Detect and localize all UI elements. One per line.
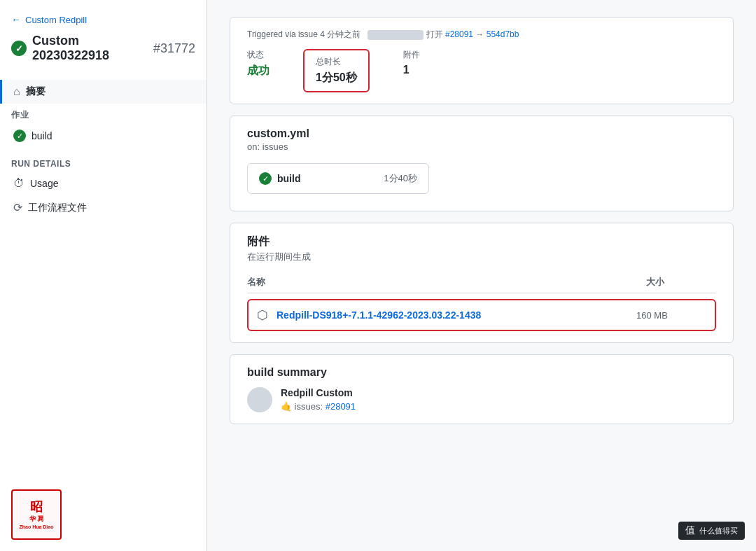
job-row-left: ✓ build — [259, 172, 300, 185]
total-time-col: 总时长 1分50秒 — [303, 49, 370, 92]
page-title-section: ✓ Custom 20230322918 #31772 — [0, 31, 206, 74]
build-summary-content: Redpill Custom 🤙 issues: #28091 — [247, 387, 716, 412]
sidebar: ← Custom Redpill ✓ Custom 20230322918 #3… — [0, 0, 207, 551]
build-summary-meta: 🤙 issues: #28091 — [281, 401, 356, 412]
artifacts-table-header: 名称 大小 — [247, 272, 716, 293]
sidebar-build-label: build — [31, 130, 52, 141]
total-time-label: 总时长 — [316, 56, 357, 68]
sidebar-nav: ⌂ 摘要 作业 ✓ build Run details ⏱ Usage — [0, 80, 206, 220]
file-icon: ⟳ — [13, 201, 22, 214]
artifacts-card: 附件 在运行期间生成 名称 大小 ⬡ Redpill-DS918+-7.1.1-… — [230, 223, 734, 343]
job-row-build[interactable]: ✓ build 1分40秒 — [247, 163, 429, 194]
watermark-hua: 华 — [29, 515, 36, 524]
workflow-on: on: issues — [247, 141, 716, 152]
commit-hash: 554d7bb — [486, 29, 519, 39]
watermark-line2: 华 凋 — [29, 515, 43, 524]
page-title: ✓ Custom 20230322918 #31772 — [11, 34, 195, 63]
attachments-label: 附件 — [403, 49, 420, 61]
artifact-name-0: Redpill-DS918+-7.1.1-42962-2023.03.22-14… — [276, 309, 628, 321]
attachments-count: 1 — [403, 64, 420, 76]
job-name: build — [277, 173, 300, 184]
sidebar-item-usage[interactable]: ⏱ Usage — [0, 172, 206, 195]
sidebar-item-workflow-file[interactable]: ⟳ 工作流程文件 — [0, 195, 206, 220]
jobs-section-label: 作业 — [0, 104, 206, 124]
badge-label: 什么值得买 — [699, 526, 738, 536]
commit-arrow: → — [475, 29, 484, 39]
triggered-info: Triggered via issue 4 分钟之前 打开 #28091 → 5… — [247, 29, 716, 41]
artifacts-subtitle: 在运行期间生成 — [247, 251, 716, 263]
back-arrow-icon: ← — [11, 14, 21, 25]
build-summary-title: build summary — [247, 366, 716, 379]
col-name-header: 名称 — [247, 276, 624, 288]
back-link-label: Custom Redpill — [25, 15, 87, 25]
workflow-run-title: Custom 20230322918 — [32, 34, 148, 63]
build-summary-text-block: Redpill Custom 🤙 issues: #28091 — [281, 387, 356, 412]
summary-card: Triggered via issue 4 分钟之前 打开 #28091 → 5… — [230, 17, 734, 104]
back-link[interactable]: ← Custom Redpill — [0, 11, 206, 31]
sidebar-item-summary[interactable]: ⌂ 摘要 — [0, 80, 206, 104]
watermark-diao: 凋 — [37, 515, 43, 524]
clock-icon: ⏱ — [13, 177, 24, 190]
home-icon: ⌂ — [13, 85, 20, 98]
issue-link[interactable]: #28091 — [445, 29, 473, 39]
repo-avatar — [247, 387, 272, 412]
artifact-package-icon: ⬡ — [257, 307, 268, 323]
bottom-badge: 值 什么值得买 — [678, 522, 745, 540]
artifact-row-0[interactable]: ⬡ Redpill-DS918+-7.1.1-42962-2023.03.22-… — [247, 299, 716, 331]
triggered-text: Triggered via issue 4 分钟之前 — [247, 29, 360, 39]
actor-avatar-blurred — [368, 30, 424, 40]
run-number: #31772 — [153, 41, 195, 56]
status-check-icon: ✓ — [11, 41, 27, 56]
badge-icon: 值 — [685, 524, 695, 537]
status-col: 状态 成功 — [247, 49, 270, 78]
run-details-label: Run details — [0, 153, 206, 172]
workflow-file-label: 工作流程文件 — [28, 202, 87, 214]
attachments-col: 附件 1 — [403, 49, 420, 76]
workflow-name: custom.yml — [247, 127, 716, 140]
usage-label: Usage — [30, 178, 58, 189]
status-label: 状态 — [247, 49, 270, 61]
status-value: 成功 — [247, 64, 270, 78]
repo-name: Redpill Custom — [281, 387, 356, 398]
content-area: Triggered via issue 4 分钟之前 打开 #28091 → 5… — [207, 0, 756, 551]
build-success-icon: ✓ — [13, 130, 26, 142]
artifact-size-0: 160 MB — [636, 310, 706, 321]
job-success-icon: ✓ — [259, 172, 272, 185]
issue-link-summary[interactable]: #28091 — [326, 401, 356, 412]
watermark: 昭 华 凋 Zhao Hua Diao — [11, 489, 62, 540]
sidebar-item-summary-label: 摘要 — [26, 85, 46, 98]
job-time: 1分40秒 — [384, 172, 417, 185]
workflow-card: custom.yml on: issues ✓ build 1分40秒 — [230, 116, 734, 211]
total-time-value: 1分50秒 — [316, 71, 357, 85]
col-size-header: 大小 — [646, 276, 716, 288]
watermark-char1: 昭 — [30, 499, 43, 515]
sidebar-item-build[interactable]: ✓ build — [0, 124, 206, 148]
meta-label: 🤙 issues: — [281, 401, 323, 412]
build-summary-card: build summary Redpill Custom 🤙 issues: #… — [230, 354, 734, 424]
summary-grid: 状态 成功 总时长 1分50秒 附件 1 — [247, 49, 716, 92]
run-details-section: Run details ⏱ Usage ⟳ 工作流程文件 — [0, 153, 206, 220]
artifacts-title: 附件 — [247, 235, 716, 249]
watermark-pinyin: Zhao Hua Diao — [19, 524, 53, 530]
